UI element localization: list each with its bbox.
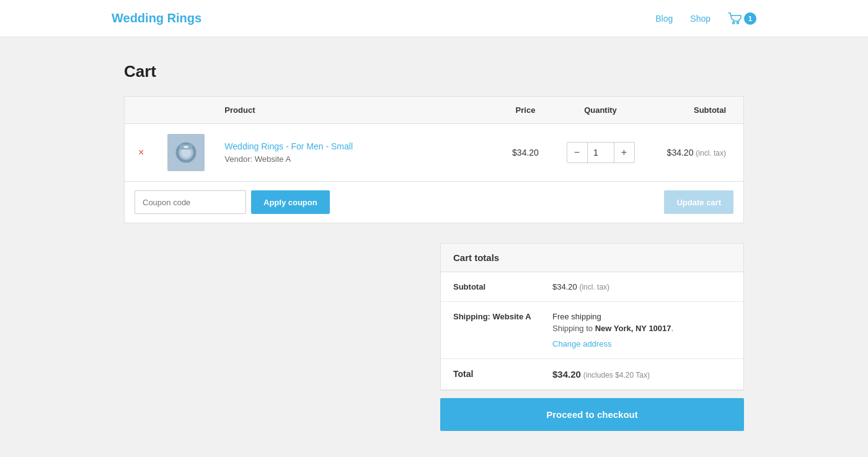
coupon-row: Apply coupon Update cart	[125, 182, 744, 223]
shipping-location-text: Shipping to New York, NY 10017.	[552, 324, 731, 333]
svg-point-1	[737, 22, 739, 24]
totals-shipping-row: Shipping: Website A Free shipping Shippi…	[441, 302, 743, 359]
ring-image	[170, 137, 202, 168]
page-title: Cart	[124, 62, 744, 81]
cart-count-badge: 1	[744, 12, 756, 25]
product-vendor: Vendor: Website A	[224, 154, 291, 164]
shipping-label: Shipping: Website A	[453, 312, 552, 321]
col-header-remove	[125, 97, 158, 124]
cart-totals-section: Cart totals Subtotal $34.20 (incl. tax) …	[124, 243, 744, 431]
cart-icon	[728, 12, 742, 25]
update-cart-cell: Update cart	[557, 182, 744, 223]
proceed-to-checkout-button[interactable]: Proceed to checkout	[440, 398, 744, 431]
coupon-form: Apply coupon	[135, 190, 547, 214]
header: Wedding Rings Blog Shop 1	[0, 0, 868, 37]
apply-coupon-button[interactable]: Apply coupon	[251, 190, 330, 214]
quantity-input[interactable]	[587, 143, 614, 162]
quantity-decrease-button[interactable]: −	[567, 143, 587, 162]
remove-cell: ×	[125, 124, 158, 182]
cart-table-header-row: Product Price Quantity Subtotal	[125, 97, 744, 124]
product-price-cell: $34.20	[495, 124, 557, 182]
col-header-product: Product	[215, 97, 494, 124]
remove-item-button[interactable]: ×	[135, 146, 148, 159]
col-header-price: Price	[495, 97, 557, 124]
subtotal-label: Subtotal	[453, 282, 552, 291]
header-nav: Blog Shop 1	[655, 12, 756, 25]
col-header-quantity: Quantity	[557, 97, 645, 124]
product-details-cell: Wedding Rings - For Men - Small Vendor: …	[215, 124, 494, 182]
cart-totals-box: Cart totals Subtotal $34.20 (incl. tax) …	[440, 243, 744, 391]
svg-point-0	[733, 22, 735, 24]
product-subtotal-cell: $34.20 (incl. tax)	[645, 124, 744, 182]
table-row: × Wedding Rings - For Men - Sma	[125, 124, 744, 182]
quantity-stepper: − +	[567, 142, 635, 163]
subtotal-tax-note: (incl. tax)	[696, 149, 726, 158]
update-cart-button[interactable]: Update cart	[664, 190, 733, 214]
product-price: $34.20	[512, 148, 539, 158]
cart-icon-button[interactable]: 1	[728, 12, 756, 25]
nav-shop[interactable]: Shop	[690, 14, 711, 24]
total-label: Total	[453, 369, 552, 379]
total-value: $34.20 (includes $4.20 Tax)	[552, 369, 731, 379]
svg-point-6	[183, 145, 189, 149]
coupon-cell: Apply coupon	[125, 182, 557, 223]
free-shipping-text: Free shipping	[552, 312, 731, 321]
col-header-image	[157, 97, 215, 124]
quantity-increase-button[interactable]: +	[614, 143, 634, 162]
nav-blog[interactable]: Blog	[655, 14, 673, 24]
site-logo[interactable]: Wedding Rings	[112, 11, 202, 25]
product-image-cell	[157, 124, 215, 182]
coupon-code-input[interactable]	[135, 190, 246, 214]
shipping-value: Free shipping Shipping to New York, NY 1…	[552, 312, 731, 348]
totals-subtotal-row: Subtotal $34.20 (incl. tax)	[441, 272, 743, 302]
product-subtotal: $34.20	[667, 148, 694, 158]
product-quantity-cell: − +	[557, 124, 645, 182]
totals-total-row: Total $34.20 (includes $4.20 Tax)	[441, 359, 743, 390]
cart-table: Product Price Quantity Subtotal ×	[124, 96, 744, 223]
subtotal-value: $34.20 (incl. tax)	[552, 282, 731, 291]
product-thumbnail	[167, 134, 205, 171]
cart-totals-title: Cart totals	[441, 244, 743, 272]
main-content: Cart Product Price Quantity Subtotal ×	[112, 37, 756, 457]
col-header-subtotal: Subtotal	[645, 97, 744, 124]
product-name-link[interactable]: Wedding Rings - For Men - Small	[224, 141, 484, 151]
change-address-link[interactable]: Change address	[552, 339, 731, 348]
